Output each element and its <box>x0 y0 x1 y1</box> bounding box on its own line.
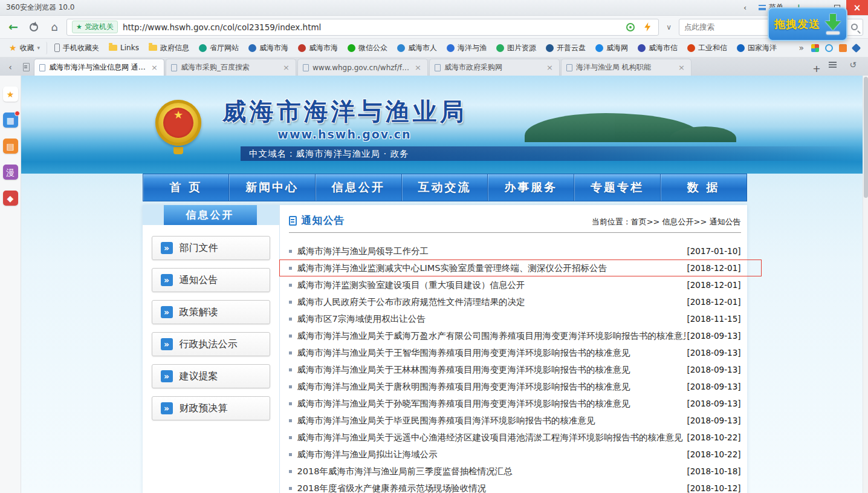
bookmark-item[interactable]: 国家海洋 ▾ <box>733 42 781 54</box>
bookmark-item[interactable]: Links ▾ <box>105 42 143 53</box>
main-nav-item[interactable]: 专题专栏 <box>574 174 661 201</box>
search-icon[interactable] <box>851 24 858 30</box>
bookmark-item[interactable]: 威海市海 ▾ <box>294 42 342 54</box>
news-feed-icon[interactable]: ▦ <box>3 113 18 128</box>
sidebar-menu-item[interactable]: » 建议提案 <box>152 364 270 388</box>
announcement-link[interactable]: 威海市区7宗海域使用权出让公告 <box>297 313 685 325</box>
bookmark-item[interactable]: 威海市海 ▾ <box>244 42 293 54</box>
scrollbar-thumb[interactable] <box>864 77 868 198</box>
announcement-link[interactable]: 威海市海洋与渔业局关于远遥中心渔港经济区建设项目港池清淤工程海洋环境影响报告书的… <box>297 432 685 443</box>
bookmark-item[interactable]: 威海市人 ▾ <box>393 42 441 54</box>
announcement-link[interactable]: 威海市海洋监测实验室建设项目（重大项目建设）信息公开 <box>297 279 685 291</box>
announcement-row[interactable]: 威海市人民政府关于公布市政府规范性文件清理结果的决定 [2018-12-01] <box>289 293 741 310</box>
announcement-link[interactable]: 威海市海洋与渔业局关于王智华围海养殖项目用海变更海洋环境影响报告书的核准意见 <box>297 347 685 359</box>
reload-button[interactable] <box>25 19 42 36</box>
sidebar-menu-item[interactable]: » 部门文件 <box>152 236 270 260</box>
bookmarks-overflow-icon[interactable]: » <box>795 43 808 53</box>
reading-list-icon[interactable] <box>18 59 34 76</box>
announcement-link[interactable]: 威海市海洋与渔业局拟出让海域公示 <box>297 449 685 460</box>
home-button[interactable]: ⌂ <box>46 19 63 36</box>
announcement-link[interactable]: 威海市海洋与渔业局关于王林林围海养殖项目用海变更海洋环境影响报告书的核准意见 <box>297 364 685 376</box>
back-button[interactable]: ← <box>5 19 22 36</box>
sidebar-menu-item[interactable]: » 通知公告 <box>152 268 270 292</box>
gov-site-badge[interactable]: ★ 党政机关 <box>72 21 118 33</box>
bookmark-item[interactable]: 省厅网站 ▾ <box>195 42 243 54</box>
announcement-link[interactable]: 威海市海洋与渔业局关于唐秋明围海养殖项目用海变更海洋环境影响报告书的核准意见 <box>297 381 685 393</box>
announcement-link[interactable]: 2018年度省级水产健康养殖示范场现场验收情况 <box>297 483 685 493</box>
close-button[interactable]: × <box>846 0 868 15</box>
browser-tab[interactable]: 威海市海洋与渔业信息网 通知公 × <box>34 59 164 76</box>
bookmark-item[interactable]: 图片资源 ▾ <box>492 42 540 54</box>
browser-tab[interactable]: www.whgp.gov.cn/whzf/front/ × <box>297 59 428 76</box>
diamond-extension-icon[interactable] <box>852 43 861 53</box>
url-box[interactable]: ★ 党政机关 <box>66 19 659 36</box>
tab-close-icon[interactable]: × <box>282 63 291 72</box>
announcement-row[interactable]: 威海市海洋监测实验室建设项目（重大项目建设）信息公开 [2018-12-01] <box>289 276 741 293</box>
sidebar-menu-item[interactable]: » 行政执法公示 <box>152 332 270 356</box>
announcement-row[interactable]: 威海市海洋与渔业局关于孙晓军围海养殖项目用海变更海洋环境影响报告书的核准意见 [… <box>289 395 741 412</box>
announcement-row[interactable]: 威海市海洋与渔业局关于远遥中心渔港经济区建设项目港池清淤工程海洋环境影响报告书的… <box>289 429 741 446</box>
announcement-row[interactable]: 威海市海洋与渔业局关于威海万盈水产有限公司围海养殖项目用海变更海洋环境影响报告书… <box>289 327 741 344</box>
main-nav-item[interactable]: 信息公开 <box>316 174 402 201</box>
sidebar-menu-item[interactable]: » 财政预决算 <box>152 396 270 420</box>
announcement-link[interactable]: 2018年威海市海洋与渔业局前三季度监督抽检情况汇总 <box>297 466 685 477</box>
tab-list-icon[interactable] <box>824 56 840 73</box>
announcement-row[interactable]: 威海市海洋与渔业局拟出让海域公示 [2018-10-22] <box>289 446 741 463</box>
menu-header[interactable]: 信息公开 <box>164 205 257 225</box>
announcement-row[interactable]: 威海市海洋与渔业局关于王林林围海养殖项目用海变更海洋环境影响报告书的核准意见 [… <box>289 361 741 378</box>
novels-icon[interactable]: ◆ <box>3 191 18 206</box>
main-nav-item[interactable]: 新闻中心 <box>229 174 316 201</box>
bookmark-item[interactable]: 政府信息 ▾ <box>144 42 193 54</box>
reader-icon[interactable]: ▤ <box>3 139 18 154</box>
announcement-link[interactable]: 威海市人民政府关于公布市政府规范性文件清理结果的决定 <box>297 296 685 308</box>
lightning-mode-icon[interactable] <box>641 22 653 31</box>
announcement-row[interactable]: 威海市海洋与渔业监测减灾中心LIMS实验室质量管理终端、测深仪公开招标公告 [2… <box>289 260 741 276</box>
browser-tab[interactable]: 威海市政府采购网 × <box>429 59 560 76</box>
announcement-link[interactable]: 威海市海洋与渔业局关于孙晓军围海养殖项目用海变更海洋环境影响报告书的核准意见 <box>297 398 685 410</box>
announcement-row[interactable]: 威海市海洋与渔业局关于王智华围海养殖项目用海变更海洋环境影响报告书的核准意见 [… <box>289 344 741 361</box>
apps-grid-icon[interactable] <box>811 44 819 52</box>
breadcrumb[interactable]: 当前位置：首页>> 信息公开>> 通知公告 <box>592 217 741 227</box>
announcement-row[interactable]: 威海市区7宗海域使用权出让公告 [2018-11-15] <box>289 310 741 327</box>
sync-circle-icon[interactable] <box>825 44 833 52</box>
bookmark-item[interactable]: 工业和信 ▾ <box>683 42 731 54</box>
favorites-icon[interactable]: ★ <box>3 87 18 102</box>
comics-icon[interactable]: 漫 <box>3 165 18 180</box>
announcement-link[interactable]: 威海市海洋与渔业局关于威海万盈水产有限公司围海养殖项目用海变更海洋环境影响报告书… <box>297 330 685 342</box>
notes-extension-icon[interactable] <box>839 44 847 52</box>
announcement-link[interactable]: 威海市海洋与渔业局领导工作分工 <box>297 246 685 257</box>
announcement-row[interactable]: 威海市海洋与渔业局关于毕亚民围海养殖项目海洋环境影响报告书的核准意见 [2018… <box>289 412 741 429</box>
bookmark-item[interactable]: 威海市信 ▾ <box>633 42 682 54</box>
restore-tab-icon[interactable]: ↺ <box>845 56 861 73</box>
tab-close-icon[interactable]: × <box>413 63 423 72</box>
new-tab-button[interactable]: + <box>809 61 824 76</box>
bookmark-item[interactable]: 海洋与渔 ▾ <box>442 42 491 54</box>
sidebar-menu-item[interactable]: » 政策解读 <box>152 300 270 324</box>
tab-close-icon[interactable]: × <box>545 63 554 72</box>
url-input[interactable] <box>123 22 620 32</box>
tab-scroll-left-icon[interactable]: ‹ <box>2 59 18 76</box>
browser-tab[interactable]: 海洋与渔业局 机构职能 × <box>561 59 691 76</box>
announcement-link[interactable]: 威海市海洋与渔业监测减灾中心LIMS实验室质量管理终端、测深仪公开招标公告 <box>297 263 685 274</box>
announcement-row[interactable]: 威海市海洋与渔业局领导工作分工 [2017-01-10] <box>289 243 741 260</box>
announcement-row[interactable]: 2018年威海市海洋与渔业局前三季度监督抽检情况汇总 [2018-10-18] <box>289 463 741 480</box>
main-nav-item[interactable]: 数 据 <box>661 174 747 201</box>
speed-mode-icon[interactable] <box>624 23 636 31</box>
bookmark-item[interactable]: 手机收藏夹 ▾ <box>50 42 103 54</box>
main-nav-item[interactable]: 办事服务 <box>488 174 574 201</box>
tab-close-icon[interactable]: × <box>150 63 159 72</box>
announcement-row[interactable]: 威海市海洋与渔业局关于唐秋明围海养殖项目用海变更海洋环境影响报告书的核准意见 [… <box>289 378 741 395</box>
drag-send-overlay[interactable]: 拖拽发送 <box>768 7 847 41</box>
bookmark-item[interactable]: 微信公众 ▾ <box>343 42 392 54</box>
announcement-link[interactable]: 威海市海洋与渔业局关于毕亚民围海养殖项目海洋环境影响报告书的核准意见 <box>297 415 685 426</box>
announcement-row[interactable]: 2018年度省级水产健康养殖示范场现场验收情况 [2018-10-12] <box>289 480 741 493</box>
url-dropdown-icon[interactable]: ∨ <box>662 23 675 31</box>
browser-tab[interactable]: 威海市采购_百度搜索 × <box>166 59 296 76</box>
bookmark-item[interactable]: ★ 收藏 ▾ <box>5 42 47 54</box>
page-scrollbar[interactable] <box>863 76 868 493</box>
bookmark-item[interactable]: 威海网 ▾ <box>591 42 632 54</box>
tab-close-icon[interactable]: × <box>677 63 686 72</box>
main-nav-item[interactable]: 首 页 <box>143 174 230 201</box>
bookmark-item[interactable]: 开普云盘 ▾ <box>542 42 590 54</box>
main-nav-item[interactable]: 互动交流 <box>402 174 488 201</box>
